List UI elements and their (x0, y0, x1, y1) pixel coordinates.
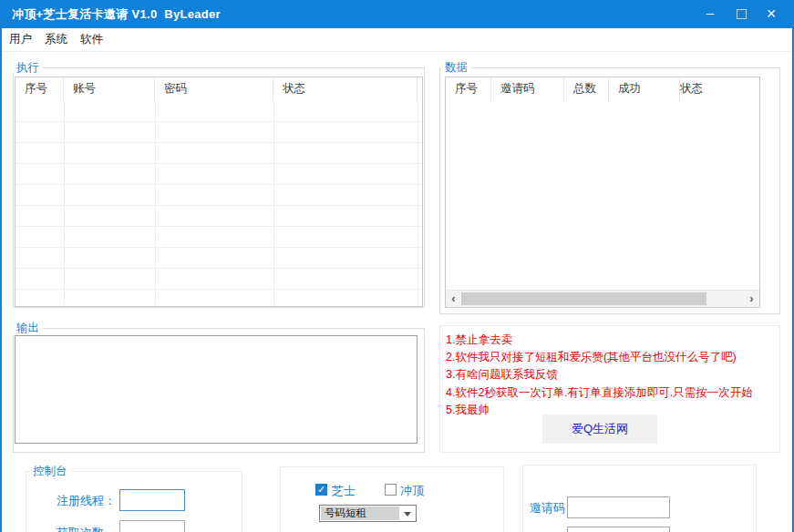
note-line: 1.禁止拿去卖 (446, 332, 778, 349)
data-table-body[interactable] (446, 101, 759, 290)
note-line: 4.软件2秒获取一次订单.有订单直接添加即可.只需按一次开始 (446, 384, 778, 402)
chongding-checkbox-label[interactable]: 冲顶 (400, 483, 424, 499)
minimize-icon: – (706, 0, 714, 25)
fetch-count-label: 获取次数 (57, 525, 104, 532)
data-table-header: 序号 邀请码 总数 成功 状态 (446, 77, 759, 102)
execute-group-label: 执行 (13, 60, 43, 75)
invite-code-input-2[interactable] (567, 527, 670, 532)
zhishi-checkbox-label[interactable]: 芝士 (332, 483, 356, 499)
chongding-checkbox[interactable] (385, 484, 397, 496)
col-header-index[interactable]: 序号 (446, 77, 491, 101)
notes-list: 1.禁止拿去卖 2.软件我只对接了短租和爱乐赞(其他平台也没什么号了吧) 3.有… (446, 332, 778, 419)
dropdown-selected-value: 号码短租 (321, 506, 399, 520)
titlebar: 冲顶+芝士复活卡邀请 V1.0 ByLeader – × (0, 0, 794, 28)
note-line: 3.有啥问题联系我反馈 (446, 366, 778, 384)
window-title: 冲顶+芝士复活卡邀请 V1.0 ByLeader (12, 0, 221, 28)
col-header-account[interactable]: 账号 (64, 77, 155, 101)
execute-table-body[interactable] (15, 101, 422, 306)
col-header-success[interactable]: 成功 (609, 77, 680, 101)
data-group-label: 数据 (441, 60, 471, 75)
register-thread-input[interactable] (119, 489, 185, 511)
number-provider-dropdown[interactable]: 号码短租 (319, 505, 417, 522)
column-divider (155, 101, 156, 305)
options-group (280, 466, 504, 532)
chevron-down-icon (404, 512, 411, 517)
close-button[interactable]: × (758, 0, 785, 28)
scroll-left-icon[interactable]: ‹ (446, 291, 461, 307)
register-thread-label: 注册线程： (57, 493, 116, 509)
fetch-count-input[interactable] (119, 520, 185, 532)
zhishi-checkbox[interactable]: ✓ (315, 484, 327, 496)
column-divider (418, 101, 418, 305)
col-header-total[interactable]: 总数 (564, 77, 609, 101)
execute-table-header: 序号 账号 密码 状态 (15, 77, 422, 102)
column-divider (273, 101, 274, 305)
menubar: 用户 系统 软件 (2, 28, 792, 52)
data-table[interactable]: 序号 邀请码 总数 成功 状态 ‹ › (445, 77, 760, 308)
close-icon: × (767, 0, 777, 27)
minimize-button[interactable]: – (696, 0, 724, 28)
col-header-status[interactable]: 状态 (680, 77, 759, 101)
maximize-button[interactable] (727, 0, 755, 28)
invite-code-label: 邀请码 (530, 500, 565, 517)
column-divider (64, 101, 65, 305)
note-line: 2.软件我只对接了短租和爱乐赞(其他平台也没什么号了吧) (446, 349, 778, 366)
col-header-filler (418, 77, 422, 101)
menu-item-user[interactable]: 用户 (3, 28, 38, 51)
execute-table[interactable]: 序号 账号 密码 状态 (15, 77, 423, 307)
window-border-left (0, 28, 2, 532)
scroll-right-icon[interactable]: › (744, 291, 759, 307)
app-window: 冲顶+芝士复活卡邀请 V1.0 ByLeader – × 用户 系统 软件 执行… (0, 0, 794, 532)
menu-item-software[interactable]: 软件 (74, 28, 109, 51)
check-icon: ✓ (317, 484, 325, 495)
console-group-label: 控制台 (29, 464, 71, 478)
col-header-invite-code[interactable]: 邀请码 (491, 77, 564, 101)
invite-code-input[interactable] (567, 496, 670, 518)
col-header-status[interactable]: 状态 (273, 77, 418, 101)
aiq-life-site-button[interactable]: 爱Q生活网 (542, 414, 657, 444)
output-group-label: 输出 (13, 321, 43, 335)
scrollbar-thumb[interactable] (461, 292, 706, 305)
col-header-password[interactable]: 密码 (155, 77, 273, 101)
col-header-index[interactable]: 序号 (15, 77, 64, 101)
menu-item-system[interactable]: 系统 (38, 28, 74, 51)
horizontal-scrollbar[interactable]: ‹ › (446, 290, 759, 307)
output-textarea[interactable] (15, 335, 418, 444)
maximize-icon (737, 9, 747, 19)
